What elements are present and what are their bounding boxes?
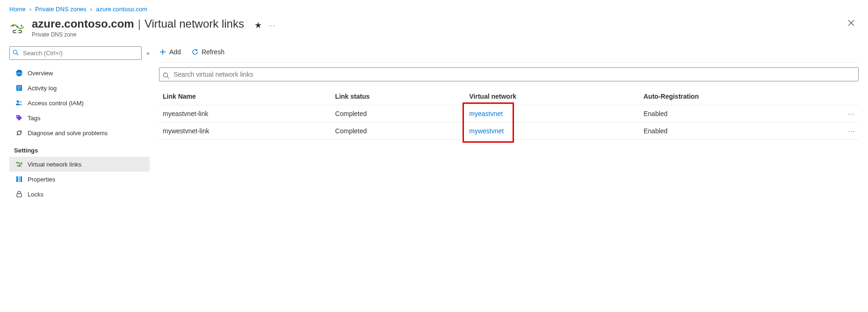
refresh-button[interactable]: Refresh	[191, 48, 224, 56]
more-actions-icon[interactable]: ···	[268, 22, 275, 29]
col-auto-registration[interactable]: Auto-Registration	[640, 88, 840, 105]
svg-point-2	[21, 25, 22, 27]
svg-point-16	[21, 162, 22, 163]
sidebar-item-properties[interactable]: Properties	[9, 172, 150, 187]
main-search-input[interactable]	[159, 67, 859, 81]
svg-rect-19	[16, 176, 18, 182]
sidebar-item-label: Diagnose and solve problems	[28, 130, 108, 137]
chevron-right-icon: ›	[90, 6, 92, 13]
row-more-actions-icon[interactable]: ···	[840, 123, 859, 140]
sidebar-item-label: Activity log	[28, 85, 57, 92]
svg-rect-18	[19, 165, 21, 167]
sidebar-item-locks[interactable]: Locks	[9, 187, 150, 202]
sidebar-item-label: Virtual network links	[28, 161, 81, 168]
cell-link-status: Completed	[332, 123, 466, 140]
cell-auto-registration: Enabled	[640, 105, 840, 123]
sidebar-item-vnet-links[interactable]: Virtual network links	[9, 157, 150, 172]
sidebar: « DNS Overview Activity log Access contr…	[9, 46, 150, 202]
svg-point-1	[16, 26, 18, 28]
plus-icon	[159, 48, 166, 56]
table-row: mywestvnet-link Completed mywestvnet Ena…	[159, 123, 859, 140]
sidebar-search[interactable]	[9, 46, 142, 60]
cell-virtual-network: myeastvnet	[465, 105, 640, 123]
cell-virtual-network: mywestvnet	[465, 123, 640, 140]
sidebar-item-label: Tags	[28, 115, 40, 122]
svg-text:DNS: DNS	[16, 72, 22, 75]
svg-point-14	[16, 162, 17, 163]
close-button[interactable]	[844, 17, 859, 31]
table-row: myeastvnet-link Completed myeastvnet Ena…	[159, 105, 859, 123]
chevron-right-icon: ›	[29, 6, 31, 13]
svg-rect-5	[16, 30, 19, 33]
tags-icon	[15, 114, 23, 122]
favorite-star-icon[interactable]: ★	[254, 20, 262, 30]
page-title: Virtual network links	[145, 17, 244, 30]
cell-link-name: myeastvnet-link	[159, 105, 332, 123]
sidebar-item-diagnose[interactable]: Diagnose and solve problems	[9, 125, 150, 140]
properties-icon	[15, 175, 23, 183]
add-button[interactable]: Add	[159, 48, 181, 56]
cell-link-name: mywestvnet-link	[159, 123, 332, 140]
title-separator: |	[138, 17, 141, 30]
main-content: Add Refresh Link Name	[159, 46, 859, 202]
dns-zone-link-icon	[9, 20, 25, 36]
sidebar-item-label: Locks	[28, 191, 43, 198]
virtual-network-link[interactable]: mywestvnet	[469, 127, 504, 135]
svg-rect-22	[17, 194, 22, 197]
breadcrumb-link-resource[interactable]: azure.contoso.com	[96, 6, 147, 13]
sidebar-item-overview[interactable]: DNS Overview	[9, 65, 150, 80]
add-label: Add	[169, 48, 181, 56]
search-icon	[13, 50, 19, 57]
collapse-sidebar-icon[interactable]: «	[146, 50, 150, 57]
svg-point-15	[19, 163, 20, 164]
sidebar-item-label: Access control (IAM)	[28, 100, 84, 107]
row-more-actions-icon[interactable]: ···	[840, 105, 859, 123]
sidebar-section-settings: Settings	[9, 140, 150, 157]
toolbar: Add Refresh	[159, 46, 859, 63]
refresh-icon	[191, 48, 199, 56]
overview-icon: DNS	[15, 69, 23, 77]
vnet-links-icon	[15, 160, 23, 168]
breadcrumb: Home › Private DNS zones › azure.contoso…	[9, 6, 859, 13]
breadcrumb-link-zones[interactable]: Private DNS zones	[35, 6, 87, 13]
search-icon	[163, 73, 169, 80]
sidebar-item-label: Properties	[28, 176, 55, 183]
svg-point-12	[17, 116, 18, 117]
sidebar-search-input[interactable]	[9, 46, 142, 60]
svg-rect-20	[19, 176, 20, 182]
sidebar-item-tags[interactable]: Tags	[9, 110, 150, 125]
col-link-name[interactable]: Link Name	[159, 88, 332, 105]
svg-point-11	[20, 101, 22, 103]
col-virtual-network[interactable]: Virtual network	[465, 88, 640, 105]
sidebar-item-label: Overview	[28, 70, 53, 77]
cell-auto-registration: Enabled	[640, 123, 840, 140]
resource-type-label: Private DNS zone	[32, 31, 244, 38]
svg-point-10	[17, 101, 19, 103]
locks-icon	[15, 190, 23, 198]
main-search[interactable]	[159, 67, 859, 85]
access-control-icon	[15, 99, 23, 107]
col-link-status[interactable]: Link status	[332, 88, 466, 105]
diagnose-icon	[15, 129, 23, 137]
vnet-links-table: Link Name Link status Virtual network Au…	[159, 88, 859, 140]
resource-name: azure.contoso.com	[32, 17, 134, 30]
sidebar-item-access-control[interactable]: Access control (IAM)	[9, 95, 150, 110]
svg-point-23	[163, 73, 167, 77]
svg-point-6	[13, 50, 17, 54]
cell-link-status: Completed	[332, 105, 466, 123]
virtual-network-link[interactable]: myeastvnet	[469, 110, 503, 117]
refresh-label: Refresh	[202, 48, 224, 56]
sidebar-item-activity-log[interactable]: Activity log	[9, 80, 150, 95]
page-header: azure.contoso.com | Virtual network link…	[9, 17, 859, 38]
svg-point-0	[12, 25, 14, 27]
activity-log-icon	[15, 84, 23, 92]
breadcrumb-link-home[interactable]: Home	[9, 6, 26, 13]
svg-rect-21	[21, 176, 22, 182]
